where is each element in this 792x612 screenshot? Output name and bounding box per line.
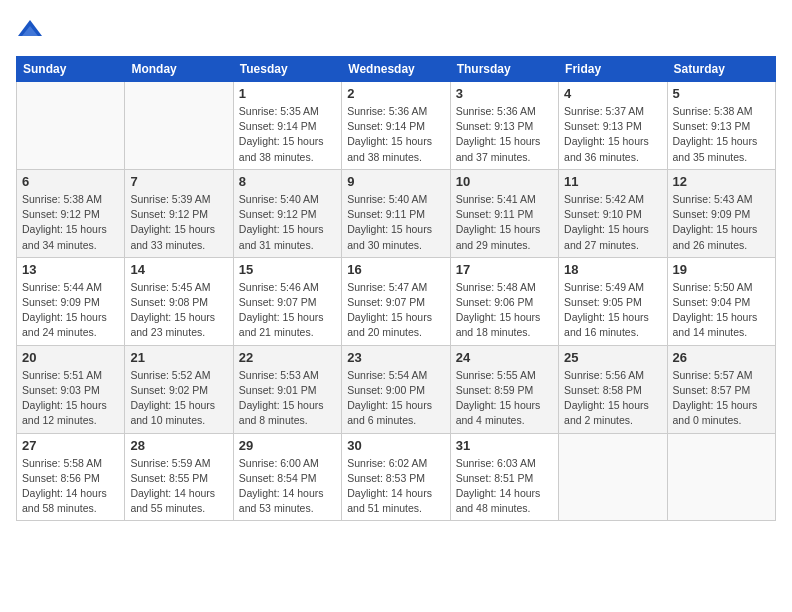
day-number: 25 — [564, 350, 661, 365]
page-header — [16, 16, 776, 44]
day-info: Sunrise: 5:44 AM Sunset: 9:09 PM Dayligh… — [22, 280, 119, 341]
day-number: 28 — [130, 438, 227, 453]
day-info: Sunrise: 5:38 AM Sunset: 9:12 PM Dayligh… — [22, 192, 119, 253]
calendar-day-cell: 1Sunrise: 5:35 AM Sunset: 9:14 PM Daylig… — [233, 82, 341, 170]
calendar-day-cell: 11Sunrise: 5:42 AM Sunset: 9:10 PM Dayli… — [559, 169, 667, 257]
day-number: 7 — [130, 174, 227, 189]
day-info: Sunrise: 5:39 AM Sunset: 9:12 PM Dayligh… — [130, 192, 227, 253]
day-number: 16 — [347, 262, 444, 277]
day-info: Sunrise: 5:40 AM Sunset: 9:11 PM Dayligh… — [347, 192, 444, 253]
calendar-day-cell: 13Sunrise: 5:44 AM Sunset: 9:09 PM Dayli… — [17, 257, 125, 345]
calendar-week-row: 6Sunrise: 5:38 AM Sunset: 9:12 PM Daylig… — [17, 169, 776, 257]
day-number: 2 — [347, 86, 444, 101]
day-number: 15 — [239, 262, 336, 277]
day-number: 9 — [347, 174, 444, 189]
day-info: Sunrise: 5:53 AM Sunset: 9:01 PM Dayligh… — [239, 368, 336, 429]
days-of-week-row: SundayMondayTuesdayWednesdayThursdayFrid… — [17, 57, 776, 82]
day-number: 12 — [673, 174, 770, 189]
day-number: 1 — [239, 86, 336, 101]
calendar-week-row: 20Sunrise: 5:51 AM Sunset: 9:03 PM Dayli… — [17, 345, 776, 433]
calendar-day-cell: 30Sunrise: 6:02 AM Sunset: 8:53 PM Dayli… — [342, 433, 450, 521]
day-of-week-header: Friday — [559, 57, 667, 82]
day-info: Sunrise: 6:00 AM Sunset: 8:54 PM Dayligh… — [239, 456, 336, 517]
day-info: Sunrise: 5:43 AM Sunset: 9:09 PM Dayligh… — [673, 192, 770, 253]
calendar-day-cell: 17Sunrise: 5:48 AM Sunset: 9:06 PM Dayli… — [450, 257, 558, 345]
day-info: Sunrise: 5:56 AM Sunset: 8:58 PM Dayligh… — [564, 368, 661, 429]
day-number: 31 — [456, 438, 553, 453]
day-number: 23 — [347, 350, 444, 365]
day-number: 14 — [130, 262, 227, 277]
day-info: Sunrise: 5:57 AM Sunset: 8:57 PM Dayligh… — [673, 368, 770, 429]
calendar-day-cell: 3Sunrise: 5:36 AM Sunset: 9:13 PM Daylig… — [450, 82, 558, 170]
day-number: 21 — [130, 350, 227, 365]
calendar-day-cell — [17, 82, 125, 170]
calendar-header: SundayMondayTuesdayWednesdayThursdayFrid… — [17, 57, 776, 82]
day-number: 20 — [22, 350, 119, 365]
day-info: Sunrise: 5:49 AM Sunset: 9:05 PM Dayligh… — [564, 280, 661, 341]
day-info: Sunrise: 5:52 AM Sunset: 9:02 PM Dayligh… — [130, 368, 227, 429]
day-number: 10 — [456, 174, 553, 189]
day-info: Sunrise: 5:50 AM Sunset: 9:04 PM Dayligh… — [673, 280, 770, 341]
day-number: 3 — [456, 86, 553, 101]
calendar-day-cell: 24Sunrise: 5:55 AM Sunset: 8:59 PM Dayli… — [450, 345, 558, 433]
calendar-day-cell: 7Sunrise: 5:39 AM Sunset: 9:12 PM Daylig… — [125, 169, 233, 257]
calendar-day-cell — [559, 433, 667, 521]
calendar-day-cell: 27Sunrise: 5:58 AM Sunset: 8:56 PM Dayli… — [17, 433, 125, 521]
day-info: Sunrise: 5:47 AM Sunset: 9:07 PM Dayligh… — [347, 280, 444, 341]
calendar-day-cell: 28Sunrise: 5:59 AM Sunset: 8:55 PM Dayli… — [125, 433, 233, 521]
day-info: Sunrise: 5:35 AM Sunset: 9:14 PM Dayligh… — [239, 104, 336, 165]
day-info: Sunrise: 5:55 AM Sunset: 8:59 PM Dayligh… — [456, 368, 553, 429]
day-info: Sunrise: 6:03 AM Sunset: 8:51 PM Dayligh… — [456, 456, 553, 517]
calendar-day-cell: 21Sunrise: 5:52 AM Sunset: 9:02 PM Dayli… — [125, 345, 233, 433]
day-info: Sunrise: 5:38 AM Sunset: 9:13 PM Dayligh… — [673, 104, 770, 165]
calendar-day-cell: 23Sunrise: 5:54 AM Sunset: 9:00 PM Dayli… — [342, 345, 450, 433]
calendar-day-cell — [667, 433, 775, 521]
day-of-week-header: Wednesday — [342, 57, 450, 82]
logo-icon — [16, 16, 44, 44]
day-number: 19 — [673, 262, 770, 277]
calendar-day-cell: 2Sunrise: 5:36 AM Sunset: 9:14 PM Daylig… — [342, 82, 450, 170]
calendar-table: SundayMondayTuesdayWednesdayThursdayFrid… — [16, 56, 776, 521]
day-info: Sunrise: 5:36 AM Sunset: 9:13 PM Dayligh… — [456, 104, 553, 165]
day-number: 17 — [456, 262, 553, 277]
calendar-day-cell: 25Sunrise: 5:56 AM Sunset: 8:58 PM Dayli… — [559, 345, 667, 433]
calendar-day-cell: 12Sunrise: 5:43 AM Sunset: 9:09 PM Dayli… — [667, 169, 775, 257]
day-info: Sunrise: 5:46 AM Sunset: 9:07 PM Dayligh… — [239, 280, 336, 341]
calendar-day-cell: 26Sunrise: 5:57 AM Sunset: 8:57 PM Dayli… — [667, 345, 775, 433]
day-of-week-header: Tuesday — [233, 57, 341, 82]
calendar-day-cell: 9Sunrise: 5:40 AM Sunset: 9:11 PM Daylig… — [342, 169, 450, 257]
day-info: Sunrise: 5:58 AM Sunset: 8:56 PM Dayligh… — [22, 456, 119, 517]
day-info: Sunrise: 5:40 AM Sunset: 9:12 PM Dayligh… — [239, 192, 336, 253]
day-info: Sunrise: 5:51 AM Sunset: 9:03 PM Dayligh… — [22, 368, 119, 429]
day-number: 4 — [564, 86, 661, 101]
calendar-day-cell: 19Sunrise: 5:50 AM Sunset: 9:04 PM Dayli… — [667, 257, 775, 345]
calendar-body: 1Sunrise: 5:35 AM Sunset: 9:14 PM Daylig… — [17, 82, 776, 521]
calendar-day-cell: 14Sunrise: 5:45 AM Sunset: 9:08 PM Dayli… — [125, 257, 233, 345]
day-of-week-header: Saturday — [667, 57, 775, 82]
day-info: Sunrise: 5:37 AM Sunset: 9:13 PM Dayligh… — [564, 104, 661, 165]
calendar-day-cell: 16Sunrise: 5:47 AM Sunset: 9:07 PM Dayli… — [342, 257, 450, 345]
day-number: 30 — [347, 438, 444, 453]
calendar-day-cell: 6Sunrise: 5:38 AM Sunset: 9:12 PM Daylig… — [17, 169, 125, 257]
calendar-day-cell: 22Sunrise: 5:53 AM Sunset: 9:01 PM Dayli… — [233, 345, 341, 433]
day-number: 8 — [239, 174, 336, 189]
day-info: Sunrise: 6:02 AM Sunset: 8:53 PM Dayligh… — [347, 456, 444, 517]
calendar-week-row: 1Sunrise: 5:35 AM Sunset: 9:14 PM Daylig… — [17, 82, 776, 170]
calendar-day-cell: 5Sunrise: 5:38 AM Sunset: 9:13 PM Daylig… — [667, 82, 775, 170]
calendar-day-cell: 31Sunrise: 6:03 AM Sunset: 8:51 PM Dayli… — [450, 433, 558, 521]
day-number: 13 — [22, 262, 119, 277]
day-of-week-header: Sunday — [17, 57, 125, 82]
day-info: Sunrise: 5:54 AM Sunset: 9:00 PM Dayligh… — [347, 368, 444, 429]
day-number: 22 — [239, 350, 336, 365]
day-number: 27 — [22, 438, 119, 453]
day-info: Sunrise: 5:59 AM Sunset: 8:55 PM Dayligh… — [130, 456, 227, 517]
day-number: 11 — [564, 174, 661, 189]
calendar-day-cell: 15Sunrise: 5:46 AM Sunset: 9:07 PM Dayli… — [233, 257, 341, 345]
day-number: 24 — [456, 350, 553, 365]
calendar-day-cell: 4Sunrise: 5:37 AM Sunset: 9:13 PM Daylig… — [559, 82, 667, 170]
day-info: Sunrise: 5:42 AM Sunset: 9:10 PM Dayligh… — [564, 192, 661, 253]
day-of-week-header: Monday — [125, 57, 233, 82]
day-number: 5 — [673, 86, 770, 101]
day-info: Sunrise: 5:48 AM Sunset: 9:06 PM Dayligh… — [456, 280, 553, 341]
calendar-day-cell: 10Sunrise: 5:41 AM Sunset: 9:11 PM Dayli… — [450, 169, 558, 257]
